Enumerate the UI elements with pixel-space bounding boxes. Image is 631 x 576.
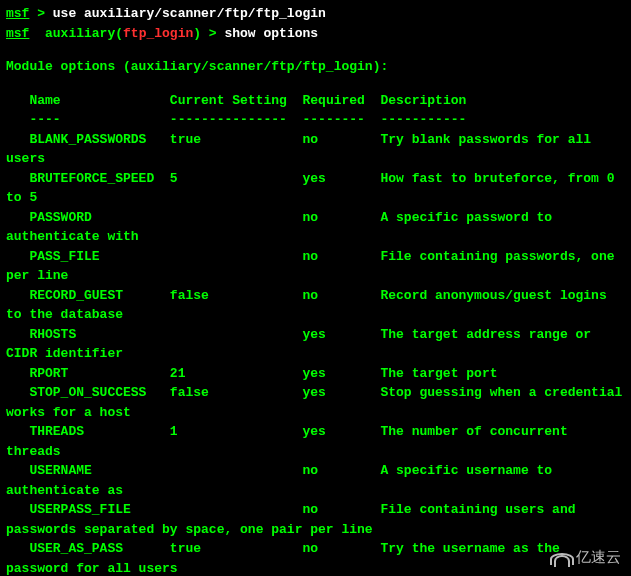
msf-label: msf	[6, 6, 29, 21]
module-options-header: Module options (auxiliary/scanner/ftp/ft…	[6, 57, 625, 77]
prompt-line-2: msf auxiliary(ftp_login) > show options	[6, 24, 625, 44]
options-table-header: Name Current Setting Required Descriptio…	[6, 91, 625, 111]
option-row: RECORD_GUEST false no Record anonymous/g…	[6, 286, 625, 325]
cloud-icon	[550, 549, 572, 565]
command-text: use auxiliary/scanner/ftp/ftp_login	[53, 6, 326, 21]
auxiliary-label: auxiliary(	[45, 26, 123, 41]
option-row: PASS_FILE no File containing passwords, …	[6, 247, 625, 286]
option-row: PASSWORD no A specific password to authe…	[6, 208, 625, 247]
options-list: BLANK_PASSWORDS true no Try blank passwo…	[6, 130, 625, 577]
option-row: USERPASS_FILE no File containing users a…	[6, 500, 625, 539]
options-table-dashes: ---- --------------- -------- ----------…	[6, 110, 625, 130]
option-row: BRUTEFORCE_SPEED 5 yes How fast to brute…	[6, 169, 625, 208]
option-row: RHOSTS yes The target address range or C…	[6, 325, 625, 364]
option-row: THREADS 1 yes The number of concurrent t…	[6, 422, 625, 461]
option-row: USERNAME no A specific username to authe…	[6, 461, 625, 500]
option-row: STOP_ON_SUCCESS false yes Stop guessing …	[6, 383, 625, 422]
watermark: 亿速云	[550, 546, 621, 569]
option-row: USER_AS_PASS true no Try the username as…	[6, 539, 625, 576]
option-row: RPORT 21 yes The target port	[6, 364, 625, 384]
prompt-line-1: msf > use auxiliary/scanner/ftp/ftp_logi…	[6, 4, 625, 24]
msf-label: msf	[6, 26, 29, 41]
option-row: BLANK_PASSWORDS true no Try blank passwo…	[6, 130, 625, 169]
command-text: show options	[224, 26, 318, 41]
module-name: ftp_login	[123, 26, 193, 41]
